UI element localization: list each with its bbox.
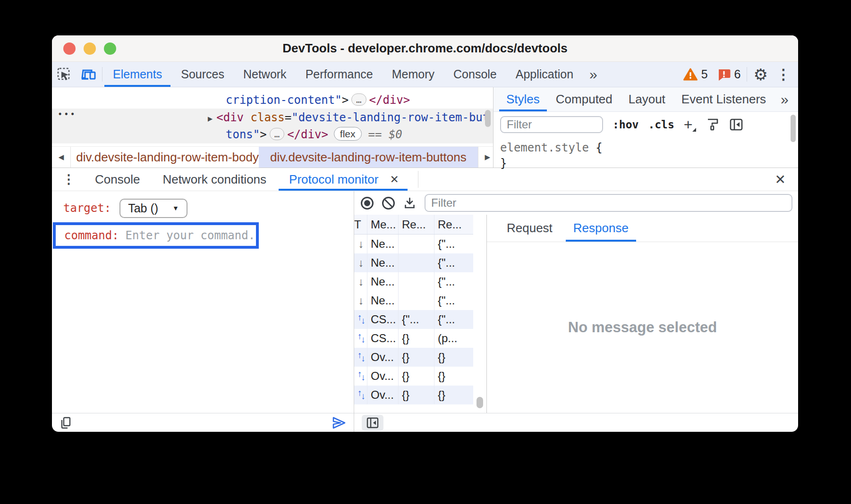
message-sent-received-icon: ↑↓ — [357, 333, 365, 344]
styles-filter-input[interactable] — [500, 116, 603, 133]
settings-gear-icon[interactable]: ⚙ — [748, 62, 774, 87]
tab-memory[interactable]: Memory — [383, 62, 444, 87]
warning-count: 5 — [701, 67, 708, 81]
table-row[interactable]: ↑↓ CS... {} (p... — [354, 329, 473, 348]
selected-dom-node[interactable]: ••• ▶<div class="devsite-landing-row-ite… — [52, 109, 493, 143]
element-style-rule[interactable]: element.style { } — [494, 137, 798, 174]
drawer-tab-protocol-monitor[interactable]: Protocol monitor ✕ — [278, 168, 408, 191]
table-row[interactable]: ↓ Ne... {"... — [354, 272, 473, 291]
command-editor: target: Tab () ▼ command: — [52, 191, 354, 413]
more-sidebar-tabs-icon[interactable]: » — [774, 87, 795, 111]
warning-icon — [683, 68, 698, 81]
empty-state-message: No message selected — [568, 319, 717, 336]
close-window-button[interactable] — [63, 42, 76, 55]
tab-elements[interactable]: Elements — [103, 62, 171, 87]
table-row[interactable]: ↓ Ne... {"... — [354, 291, 473, 310]
minimize-window-button[interactable] — [84, 42, 96, 55]
tab-styles[interactable]: Styles — [498, 87, 548, 111]
column-method[interactable]: Me... — [367, 215, 399, 234]
warnings-badge[interactable]: 5 — [679, 62, 713, 87]
table-scrollbar-thumb[interactable] — [477, 397, 483, 408]
column-response[interactable]: Re... — [434, 215, 473, 234]
messages-table: T Me... Re... Re... ↓ Ne... {"... — [354, 215, 486, 413]
desktop-background: DevTools - developer.chrome.com/docs/dev… — [0, 0, 851, 504]
table-row[interactable]: ↑↓ Ov... {} {} — [354, 348, 473, 367]
message-sent-received-icon: ↑↓ — [357, 390, 365, 400]
dom-tree-scrollbar[interactable] — [485, 110, 491, 127]
record-icon[interactable] — [361, 197, 374, 210]
expand-inline-icon[interactable]: … — [270, 128, 284, 140]
column-request[interactable]: Re... — [399, 215, 434, 234]
disclosure-triangle-icon[interactable]: ▶ — [208, 114, 213, 123]
breadcrumb-prev-icon[interactable]: ◀ — [52, 147, 71, 168]
toggle-element-state-button[interactable]: :hov — [613, 118, 638, 131]
toolbar-separator — [747, 67, 747, 82]
device-toolbar-icon[interactable] — [77, 62, 101, 87]
clipped-code-line — [52, 87, 493, 92]
table-row[interactable]: ↓ Ne... {"... — [354, 235, 473, 253]
devtools-menu-icon[interactable]: ⋮ — [774, 62, 798, 87]
table-row[interactable]: ↑↓ Ov... {} {} — [354, 367, 473, 386]
dom-tree: cription-content">…</div> ••• ▶<div clas… — [52, 87, 493, 146]
table-scrollbar[interactable] — [473, 215, 486, 413]
messages-filter-input[interactable] — [425, 194, 792, 212]
toolbar-spacer — [604, 62, 679, 87]
node-overflow-dots-icon[interactable]: ••• — [58, 109, 77, 119]
zoom-window-button[interactable] — [104, 42, 116, 55]
more-tabs-icon[interactable]: » — [583, 62, 604, 87]
dom-node-wrapped-line[interactable]: cription-content">…</div> — [52, 92, 493, 109]
clear-icon[interactable] — [382, 197, 395, 210]
tab-network[interactable]: Network — [234, 62, 296, 87]
close-tab-icon[interactable]: ✕ — [385, 173, 403, 186]
brush-icon[interactable] — [706, 118, 720, 132]
drawer-tab-separator — [418, 171, 418, 188]
collapse-panel-button[interactable] — [362, 415, 383, 431]
drawer-menu-icon[interactable]: ⋮ — [52, 168, 84, 191]
sidebar-toggle-icon[interactable] — [729, 118, 743, 132]
tab-application[interactable]: Application — [506, 62, 583, 87]
target-select[interactable]: Tab () ▼ — [119, 199, 187, 218]
table-row[interactable]: ↑↓ CS... {"... {"... — [354, 310, 473, 329]
errors-badge[interactable]: 6 — [713, 62, 746, 87]
send-command-icon[interactable] — [332, 416, 346, 429]
tab-computed[interactable]: Computed — [548, 87, 621, 111]
collapse-panel-icon — [366, 417, 379, 429]
table-row[interactable]: ↓ Ne... {"... — [354, 253, 473, 272]
detail-body: No message selected — [487, 242, 798, 413]
detail-tab-bar: Request Response — [487, 215, 798, 242]
tab-response[interactable]: Response — [565, 215, 637, 242]
breadcrumb-item-buttons-selected[interactable]: div.devsite-landing-row-item-buttons — [259, 147, 478, 168]
expand-inline-icon[interactable]: … — [351, 93, 366, 106]
tab-event-listeners[interactable]: Event Listeners — [673, 87, 774, 111]
flex-badge[interactable]: flex — [334, 127, 362, 141]
drawer-tab-console[interactable]: Console — [84, 168, 151, 191]
protocol-command-pane: target: Tab () ▼ command: — [52, 191, 354, 432]
tab-layout[interactable]: Layout — [621, 87, 673, 111]
window-title: DevTools - developer.chrome.com/docs/dev… — [282, 41, 567, 56]
save-download-icon[interactable] — [403, 197, 416, 210]
tab-request[interactable]: Request — [498, 215, 561, 242]
table-header-row[interactable]: T Me... Re... Re... — [354, 215, 473, 235]
command-input[interactable] — [126, 229, 253, 242]
tab-sources[interactable]: Sources — [171, 62, 234, 87]
new-style-rule-button[interactable]: + — [684, 118, 697, 131]
dom-tree-pane: cription-content">…</div> ••• ▶<div clas… — [52, 87, 494, 168]
inspect-element-icon[interactable] — [52, 62, 77, 87]
table-row[interactable]: ↑↓ Ov... {} {} — [354, 386, 473, 404]
message-sent-received-icon: ↑↓ — [357, 314, 365, 325]
elements-panel: cription-content">…</div> ••• ▶<div clas… — [52, 87, 798, 168]
breadcrumb-item-body[interactable]: div.devsite-landing-row-item-body — [71, 147, 259, 168]
element-classes-button[interactable]: .cls — [648, 118, 674, 131]
copy-icon[interactable] — [60, 416, 72, 429]
styles-tab-bar: Styles Computed Layout Event Listeners » — [494, 87, 798, 112]
tab-console[interactable]: Console — [444, 62, 506, 87]
command-label: command: — [64, 229, 119, 242]
chevron-down-icon: ▼ — [172, 204, 179, 212]
message-sent-received-icon: ↑↓ — [357, 352, 365, 362]
error-count: 6 — [734, 67, 741, 81]
command-input-highlight[interactable]: command: — [53, 222, 259, 249]
drawer-tab-network-conditions[interactable]: Network conditions — [151, 168, 278, 191]
styles-scrollbar[interactable] — [791, 115, 796, 142]
tab-performance[interactable]: Performance — [296, 62, 383, 87]
message-received-icon: ↓ — [358, 238, 364, 251]
